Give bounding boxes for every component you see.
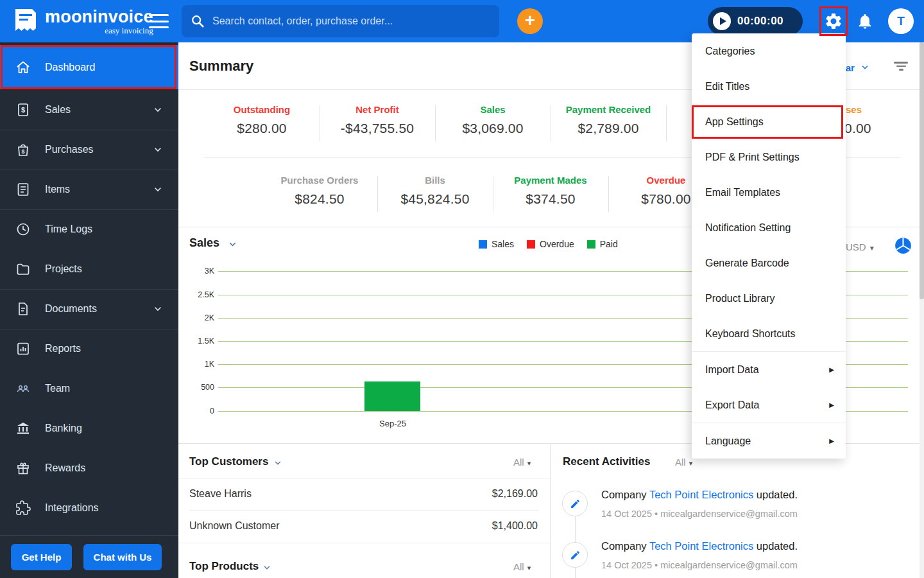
menu-item-label: Export Data (705, 399, 759, 411)
menu-item-pdf-print-settings[interactable]: PDF & Print Settings (692, 139, 846, 175)
activity-email: micealgardenservice@gmail.com (660, 560, 798, 570)
top-products-title: Top Products (189, 560, 259, 573)
sidebar-item-rewards[interactable]: Rewards (0, 448, 178, 488)
home-icon (15, 60, 31, 75)
submenu-arrow-icon: ▶ (829, 401, 834, 408)
list-document-icon (15, 182, 31, 197)
sidebar-item-label: Sales (45, 104, 71, 116)
card-label: Bills (377, 175, 493, 186)
sidebar-item-documents[interactable]: Documents (0, 289, 178, 329)
menu-item-notification-setting[interactable]: Notification Setting (692, 210, 846, 245)
activity-edit-button[interactable] (562, 491, 588, 516)
activity-prefix: Company (601, 489, 649, 500)
summary-card-payment-mades: Payment Mades $374.50 (493, 175, 608, 207)
recent-activities-filter[interactable]: All▾ (675, 457, 692, 468)
sidebar-item-purchases[interactable]: $ Purchases (0, 130, 178, 170)
menu-item-generate-barcode[interactable]: Generate Barcode (692, 245, 846, 281)
activity-email: micealgardenservice@gmail.com (660, 509, 798, 519)
activity-date: 14 Oct 2025 (601, 509, 652, 519)
get-help-button[interactable]: Get Help (11, 544, 72, 570)
menu-item-app-settings[interactable]: App Settings (692, 104, 846, 139)
timer-widget[interactable]: 00:00:00 (708, 7, 803, 35)
card-label: Payment Received (551, 104, 666, 115)
menu-item-keyboard-shortcuts[interactable]: Keyboard Shortcuts (692, 316, 846, 351)
brand-logo[interactable]: mooninvoice easy invoicing (13, 8, 153, 36)
settings-gear-icon[interactable] (824, 12, 843, 31)
menu-item-email-templates[interactable]: Email Templates (692, 175, 846, 210)
filter-label: All (513, 561, 524, 572)
card-label: Sales (435, 104, 551, 115)
chevron-down-icon[interactable] (273, 459, 282, 468)
dropdown-triangle-icon: ▾ (527, 564, 531, 572)
play-icon[interactable] (713, 12, 731, 30)
sidebar-item-dashboard[interactable]: Dashboard (0, 45, 178, 89)
bar-chart-icon (15, 341, 31, 356)
shopping-bag-dollar-icon: $ (15, 142, 31, 157)
document-icon (15, 301, 31, 317)
chat-with-us-button[interactable]: Chat with Us (83, 544, 162, 570)
sidebar-item-projects[interactable]: Projects (0, 249, 178, 289)
card-value: $280.00 (204, 121, 320, 136)
menu-item-categories[interactable]: Categories (692, 33, 846, 69)
search-bar[interactable] (182, 5, 499, 37)
legend-item-sales: Sales (479, 239, 514, 249)
legend-item-paid: Paid (587, 239, 618, 249)
menu-item-product-library[interactable]: Product Library (692, 281, 846, 316)
bell-icon[interactable] (856, 12, 874, 30)
menu-item-edit-titles[interactable]: Edit Titles (692, 69, 846, 104)
filter-label: All (675, 457, 686, 468)
legend-swatch-red (527, 240, 535, 249)
sidebar-item-sales[interactable]: $ Sales (0, 90, 178, 130)
card-value: $45,824.50 (377, 191, 493, 207)
customer-name[interactable]: Steave Harris (189, 488, 252, 500)
filter-label: All (513, 457, 524, 468)
sidebar-item-reports[interactable]: Reports (0, 329, 178, 369)
y-tick: 1K (184, 360, 214, 369)
chevron-down-icon[interactable] (228, 240, 237, 249)
activity-company-link[interactable]: Tech Point Electronics (649, 540, 753, 552)
customer-amount: $1,400.00 (492, 520, 538, 532)
funnel-icon[interactable] (894, 62, 908, 72)
activity-edit-button[interactable] (562, 542, 588, 568)
menu-item-export-data[interactable]: Export Data ▶ (692, 387, 846, 423)
summary-card-net-profit: Net Profit -$43,755.50 (320, 104, 435, 136)
activity-suffix: updated. (753, 489, 798, 500)
bullet: • (654, 560, 658, 570)
chart-bar-paid-sep25[interactable] (364, 381, 420, 411)
legend-label: Overdue (540, 239, 574, 249)
puzzle-icon (15, 500, 31, 516)
chevron-down-icon (153, 105, 163, 115)
user-avatar[interactable]: T (888, 8, 914, 34)
sidebar-item-integrations[interactable]: Integrations (0, 488, 178, 528)
y-tick: 1.5K (184, 337, 214, 346)
menu-item-import-data[interactable]: Import Data ▶ (692, 352, 846, 387)
sidebar-item-items[interactable]: Items (0, 170, 178, 209)
chevron-down-icon[interactable] (262, 563, 271, 572)
pie-chart-icon[interactable] (894, 237, 912, 254)
customer-name[interactable]: Unknown Customer (189, 520, 280, 532)
search-input[interactable] (212, 15, 490, 27)
currency-selector[interactable]: USD▾ (846, 241, 874, 252)
sidebar-item-team[interactable]: Team (0, 369, 178, 408)
activity-date: 14 Oct 2025 (601, 560, 652, 570)
add-button[interactable]: + (517, 8, 543, 34)
chart-title: Sales (189, 236, 219, 250)
legend-swatch-blue (479, 240, 487, 249)
scrollbar-thumb[interactable] (920, 42, 924, 299)
sidebar-item-time-logs[interactable]: Time Logs (0, 209, 178, 249)
gift-icon (15, 460, 31, 476)
period-filter[interactable]: ar (846, 61, 869, 73)
card-label: Net Profit (320, 104, 435, 115)
pencil-icon (570, 550, 581, 561)
sidebar-item-label: Purchases (45, 144, 94, 155)
menu-item-language[interactable]: Language ▶ (692, 423, 846, 459)
sidebar-item-label: Items (45, 184, 70, 195)
legend-label: Sales (492, 239, 514, 249)
dropdown-triangle-icon: ▾ (689, 459, 693, 467)
top-customers-filter[interactable]: All▾ (513, 457, 531, 468)
sidebar-item-banking[interactable]: Banking (0, 408, 178, 448)
y-tick: 2.5K (184, 290, 214, 299)
hamburger-icon[interactable] (149, 14, 169, 28)
top-products-filter[interactable]: All▾ (513, 561, 531, 572)
activity-company-link[interactable]: Tech Point Electronics (649, 489, 753, 500)
